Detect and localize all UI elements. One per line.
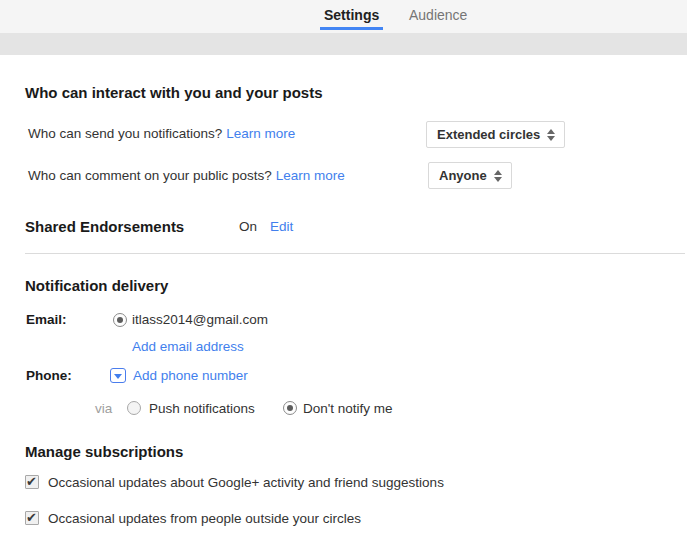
comments-audience-dropdown[interactable]: Anyone: [428, 162, 512, 189]
notifications-audience-value: Extended circles: [437, 127, 540, 142]
add-phone-link[interactable]: Add phone number: [133, 368, 248, 383]
phone-expander-icon[interactable]: [110, 368, 126, 383]
comments-question-label: Who can comment on your public posts?: [28, 168, 272, 183]
learn-more-link-notifications[interactable]: Learn more: [226, 126, 295, 141]
notifications-question: Who can send you notifications? Learn mo…: [28, 126, 295, 141]
notifications-audience-dropdown[interactable]: Extended circles: [426, 121, 565, 148]
tab-audience[interactable]: Audience: [409, 0, 467, 30]
spinner-arrows-icon: [547, 129, 555, 141]
google-activity-updates-checkbox[interactable]: [25, 475, 39, 489]
notification-delivery-heading: Notification delivery: [25, 277, 168, 294]
shared-endorsements-edit-link[interactable]: Edit: [270, 219, 293, 234]
spinner-arrows-icon: [494, 170, 502, 182]
manage-subscriptions-heading: Manage subscriptions: [25, 443, 183, 460]
add-email-link[interactable]: Add email address: [132, 339, 244, 354]
outside-circles-updates-checkbox[interactable]: [25, 511, 39, 525]
settings-page: Settings Audience Who can interact with …: [0, 0, 687, 551]
email-address-value: itlass2014@gmail.com: [132, 312, 268, 327]
via-label: via: [95, 401, 112, 416]
dont-notify-radio[interactable]: [283, 401, 297, 415]
header-band: [0, 33, 687, 55]
notifications-question-label: Who can send you notifications?: [28, 126, 222, 141]
outside-circles-updates-label: Occasional updates from people outside y…: [48, 511, 361, 526]
comments-audience-value: Anyone: [439, 168, 487, 183]
push-notifications-label: Push notifications: [149, 401, 255, 416]
shared-endorsements-status: On: [239, 219, 257, 234]
tab-settings[interactable]: Settings: [320, 0, 383, 30]
push-notifications-radio[interactable]: [127, 401, 141, 415]
dont-notify-label: Don't notify me: [303, 401, 393, 416]
tab-bar: Settings Audience: [0, 0, 687, 33]
shared-endorsements-heading: Shared Endorsements: [25, 218, 184, 235]
section-divider: [25, 253, 685, 254]
email-radio[interactable]: [113, 313, 127, 327]
interact-section-heading: Who can interact with you and your posts: [25, 84, 323, 101]
comments-question: Who can comment on your public posts? Le…: [28, 168, 345, 183]
phone-label: Phone:: [26, 368, 72, 383]
learn-more-link-comments[interactable]: Learn more: [276, 168, 345, 183]
email-label: Email:: [26, 312, 67, 327]
google-activity-updates-label: Occasional updates about Google+ activit…: [48, 475, 444, 490]
